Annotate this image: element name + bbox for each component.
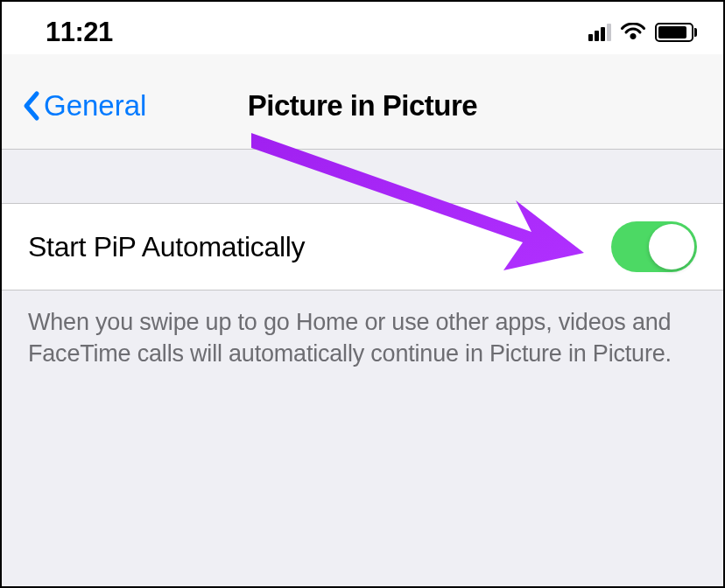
chevron-left-icon bbox=[21, 90, 40, 122]
toggle-knob bbox=[649, 224, 694, 270]
setting-row-pip: Start PiP Automatically bbox=[2, 204, 723, 290]
pip-toggle-switch[interactable] bbox=[611, 221, 697, 272]
status-time: 11:21 bbox=[46, 17, 113, 48]
back-label: General bbox=[44, 89, 146, 122]
battery-icon bbox=[655, 23, 697, 42]
navigation-header: General Picture in Picture bbox=[2, 54, 723, 150]
setting-description: When you swipe up to go Home or use othe… bbox=[28, 306, 697, 370]
cellular-signal-icon bbox=[588, 24, 611, 41]
status-icons bbox=[588, 23, 697, 42]
section-spacer bbox=[2, 150, 723, 204]
status-bar: 11:21 bbox=[2, 2, 723, 54]
back-button[interactable]: General bbox=[21, 89, 146, 122]
page-title: Picture in Picture bbox=[248, 89, 477, 122]
description-area: When you swipe up to go Home or use othe… bbox=[2, 290, 723, 588]
wifi-icon bbox=[620, 23, 646, 42]
setting-label: Start PiP Automatically bbox=[28, 231, 305, 263]
